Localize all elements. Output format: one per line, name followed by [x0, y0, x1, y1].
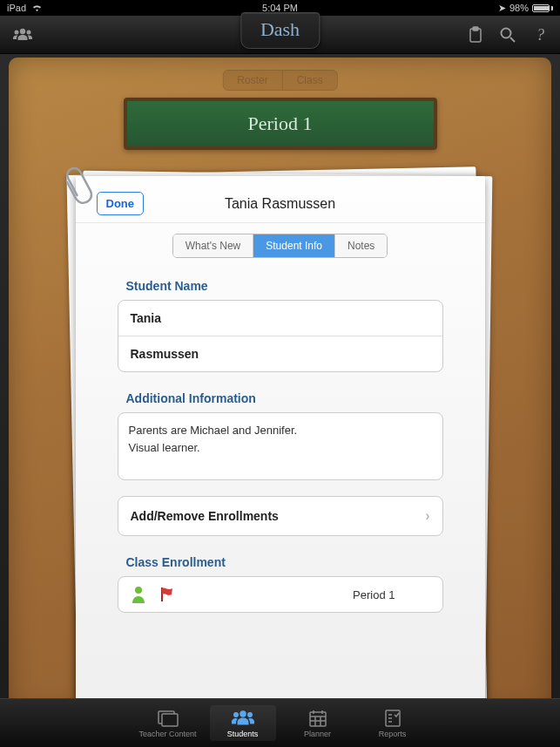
student-name-label: Student Name	[126, 279, 443, 293]
last-name-field[interactable]: Rasmussen	[118, 336, 442, 371]
svg-rect-10	[162, 714, 178, 726]
chevron-right-icon: ›	[425, 508, 429, 524]
svg-text:?: ?	[536, 26, 544, 44]
svg-point-8	[135, 587, 142, 594]
planner-icon	[307, 709, 328, 728]
tabbar-label: Reports	[379, 730, 407, 738]
app-toolbar: Dash ?	[0, 16, 560, 54]
tabbar-label: Planner	[304, 730, 331, 738]
app-title-tab: Dash	[240, 12, 320, 49]
people-icon[interactable]	[12, 27, 33, 43]
svg-rect-14	[310, 712, 326, 726]
tab-notes[interactable]: Notes	[335, 234, 387, 257]
flag-icon	[159, 586, 176, 603]
wifi-icon	[31, 3, 43, 12]
chalkboard-title: Period 1	[124, 98, 437, 150]
device-label: iPad	[7, 3, 26, 13]
class-enrollment-row[interactable]: Period 1	[118, 576, 443, 613]
divider	[76, 222, 485, 223]
class-enrollment-label: Class Enrollment	[126, 555, 443, 569]
sheet-tabs: What's New Student Info Notes	[172, 234, 388, 258]
sheet-title: Tania Rasmussen	[97, 196, 464, 212]
location-icon: ➤	[498, 3, 506, 14]
svg-point-5	[502, 28, 511, 37]
teacher-content-icon	[157, 709, 179, 728]
enroll-link-label: Add/Remove Enrollments	[131, 509, 279, 523]
svg-point-12	[233, 712, 239, 717]
segment-roster[interactable]: Roster	[223, 71, 282, 90]
students-icon	[230, 709, 256, 728]
student-sheet: Done Tania Rasmussen What's New Student …	[76, 176, 485, 716]
battery-pct: 98%	[509, 3, 529, 13]
svg-rect-4	[473, 27, 478, 31]
svg-line-6	[510, 37, 515, 42]
battery-icon	[532, 4, 553, 12]
svg-point-0	[20, 28, 25, 33]
tabbar-teacher-content[interactable]: Teacher Content	[135, 705, 201, 741]
person-icon	[131, 586, 146, 603]
tabbar-reports[interactable]: Reports	[360, 705, 426, 741]
svg-point-13	[247, 712, 253, 717]
main-frame: Roster Class Period 1 Done Tania Rasmuss…	[0, 54, 560, 714]
tabbar-label: Students	[227, 730, 259, 738]
done-button[interactable]: Done	[97, 192, 145, 215]
add-remove-enrollments-row[interactable]: Add/Remove Enrollments ›	[118, 496, 443, 536]
tab-whats-new[interactable]: What's New	[173, 234, 254, 257]
svg-rect-21	[386, 710, 400, 726]
clipboard-icon[interactable]	[468, 26, 483, 44]
svg-point-11	[240, 710, 246, 717]
search-icon[interactable]	[499, 26, 516, 44]
additional-info-text[interactable]: Parents are Michael and Jennifer. Visual…	[118, 412, 443, 480]
tabbar-students[interactable]: Students	[210, 705, 276, 741]
enroll-period-label: Period 1	[353, 588, 395, 601]
name-fields: Tania Rasmussen	[118, 300, 443, 372]
first-name-field[interactable]: Tania	[118, 301, 442, 336]
bottom-tab-bar: Teacher Content Students Planner Reports	[0, 698, 560, 747]
segment-class[interactable]: Class	[283, 71, 337, 90]
tabbar-label: Teacher Content	[138, 730, 196, 738]
tabbar-planner[interactable]: Planner	[285, 705, 351, 741]
reports-icon	[382, 709, 403, 728]
additional-info-label: Additional Information	[126, 391, 443, 405]
tab-student-info[interactable]: Student Info	[253, 234, 335, 257]
svg-point-2	[27, 30, 31, 34]
roster-class-segment: Roster Class	[222, 70, 337, 91]
svg-point-1	[15, 30, 19, 34]
help-icon[interactable]: ?	[532, 26, 548, 44]
